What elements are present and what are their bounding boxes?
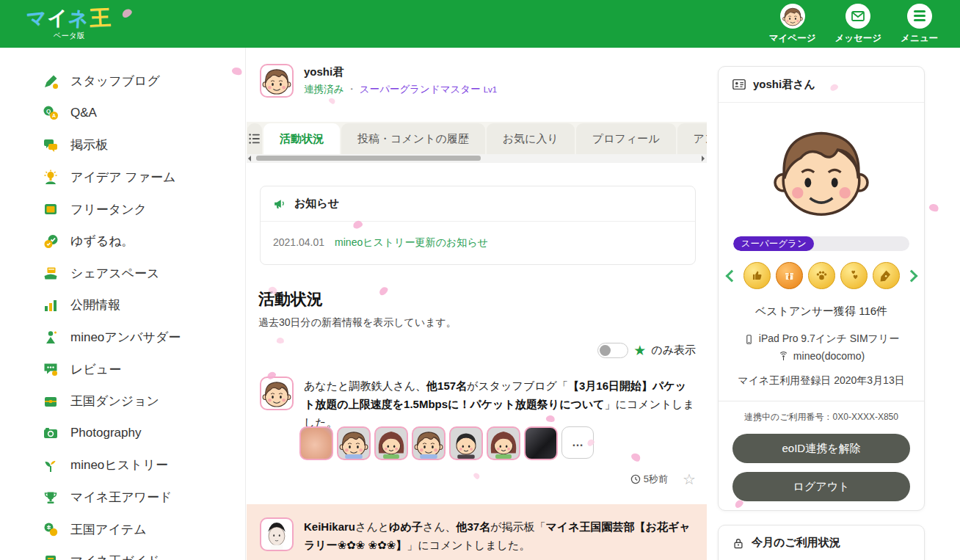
paw-badge[interactable]	[808, 262, 835, 289]
star-filter-label: のみ表示	[651, 343, 696, 357]
scroll-left-arrow-icon[interactable]	[248, 156, 251, 161]
activity-item-2: KeiHikaruさんとゆめ子さん、他37名が掲示板「マイネ王国園芸部【お花ギャ…	[247, 504, 707, 560]
scroll-right-arrow-icon[interactable]	[702, 156, 705, 161]
sidebar-item-board[interactable]: 掲示板	[0, 129, 245, 161]
commenter-avatar-woman[interactable]	[487, 426, 520, 460]
nav-mypage[interactable]: マイページ	[769, 4, 816, 45]
commenter-avatar-boy[interactable]	[337, 426, 371, 460]
sidebar-item-guide[interactable]: マイネ王ガイド	[0, 545, 245, 560]
activity-item-1: あなたと調教鉄人さん、他157名がスタッフブログ「【3月16日開始】パケット放題…	[260, 377, 696, 432]
star-icon: ★	[633, 343, 646, 357]
notice-row: 2021.04.01 mineoヒストリー更新のお知らせ	[261, 222, 695, 264]
speech-bubbles-icon	[42, 137, 59, 153]
sidebar-item-ambassador[interactable]: mineoアンバサダー	[0, 321, 245, 354]
tab-scrollbar[interactable]	[247, 154, 707, 163]
badge-carousel: F	[719, 262, 924, 289]
sidebar-item-review[interactable]: レビュー	[0, 353, 245, 385]
usage-card: 今月のご利用状況	[718, 525, 925, 560]
sidebar-item-yuzurune[interactable]: ゆずるね。	[0, 225, 245, 258]
nav-mypage-label: マイページ	[769, 32, 816, 45]
right-rail: yoshi君さん スーパーグラン F	[707, 48, 960, 560]
sidebar-item-dungeon[interactable]: 王国ダンジョン	[0, 385, 245, 418]
best-answer-count: ベストアンサー獲得 116件	[719, 305, 924, 319]
activity-1-text: あなたと調教鉄人さん、他157名がスタッフブログ「【3月16日開始】パケット放題…	[304, 377, 696, 432]
tab-favorites[interactable]: お気に入り	[487, 123, 575, 154]
share-card-icon	[42, 265, 59, 281]
lock-icon	[732, 537, 745, 550]
device-icon	[743, 334, 754, 345]
carousel-left-arrow-icon[interactable]	[725, 269, 738, 282]
commenter-avatar-dark-photo[interactable]	[524, 426, 558, 460]
sidebar-item-kingdom-items[interactable]: 王国アイテム	[0, 513, 245, 545]
separator-dot: ・	[346, 83, 357, 96]
activity-heading: 活動状況	[258, 288, 323, 310]
megaphone-icon	[273, 197, 287, 211]
eoid-unlink-button[interactable]: eoID連携を解除	[732, 434, 910, 463]
pen-badge[interactable]	[873, 262, 900, 289]
rank-link[interactable]: スーパーグランドマスター	[360, 83, 481, 96]
sidebar-item-idea-farm[interactable]: アイデア ファーム	[0, 161, 245, 194]
rank-level: Lv1	[484, 85, 498, 94]
sprout-icon	[42, 457, 59, 473]
antenna-icon	[778, 351, 789, 362]
linked-status: 連携済み	[304, 83, 343, 96]
profile-tab-bar: 活動状況 投稿・コメントの履歴 お気に入り プロフィール アンバ	[247, 122, 707, 154]
activity-subtitle: 過去30日分の新着情報を表示しています。	[258, 316, 457, 330]
tab-profile[interactable]: プロフィール	[576, 123, 676, 154]
nav-menu-label: メニュー	[901, 32, 938, 45]
gift-badge[interactable]: F	[776, 262, 803, 289]
tab-list-icon[interactable]	[247, 123, 262, 154]
clock-icon	[630, 474, 641, 484]
commenter-avatar-baby-photo[interactable]	[299, 426, 333, 460]
carousel-right-arrow-icon[interactable]	[905, 269, 917, 282]
yuzurune-icon	[42, 233, 59, 250]
commenter-avatar-boy[interactable]	[412, 426, 446, 460]
main-content: yoshi君 連携済み ・ スーパーグランドマスター Lv1 活動状況 投稿・コ…	[247, 48, 707, 560]
logo-beta-label: ベータ版	[54, 31, 85, 41]
coins-icon	[42, 521, 59, 537]
pen-icon	[42, 73, 59, 90]
logout-button[interactable]: ログアウト	[732, 472, 910, 501]
logo-text: マイネ王	[26, 7, 112, 29]
hearts-badge[interactable]	[840, 262, 868, 289]
sidebar-item-staff-blog[interactable]: スタッフブログ	[0, 65, 245, 98]
notice-link[interactable]: mineoヒストリー更新のお知らせ	[335, 236, 488, 250]
sidebar-item-history[interactable]: mineoヒストリー	[0, 449, 245, 481]
activity-2-avatar[interactable]	[260, 517, 294, 551]
sidebar-item-photography[interactable]: Photography	[0, 418, 245, 450]
activity-1-meta: 5秒前 ☆	[630, 472, 696, 487]
profile-header: yoshi君 連携済み ・ スーパーグランドマスター Lv1	[260, 64, 497, 98]
ambassador-person-icon	[42, 330, 59, 346]
bookmark-star-icon[interactable]: ☆	[683, 472, 696, 487]
device-name: iPad Pro 9.7インチ SIMフリー	[759, 332, 899, 346]
notice-title: お知らせ	[294, 197, 339, 211]
tab-ambassador[interactable]: アンバ	[677, 123, 707, 154]
plan-name: mineo(docomo)	[793, 350, 865, 362]
commenter-avatar-man[interactable]	[449, 426, 483, 460]
tab-posts-history[interactable]: 投稿・コメントの履歴	[341, 123, 485, 154]
profile-avatar[interactable]	[260, 64, 294, 98]
svg-text:A: A	[52, 113, 56, 118]
idea-bulb-icon	[42, 170, 59, 186]
linked-number: 連携中のご利用番号：0X0-XXXX-X850	[719, 411, 924, 423]
nav-menu[interactable]: メニュー	[901, 4, 938, 45]
left-sidebar: スタッフブログ QA Q&A 掲示板 アイデア ファーム フリータンク ゆずるね…	[0, 48, 246, 560]
scrollbar-thumb[interactable]	[256, 156, 481, 161]
star-filter-row: ★ のみ表示	[597, 343, 696, 358]
more-commenters-button[interactable]: …	[561, 426, 594, 459]
site-logo[interactable]: マイネ王 ベータ版	[26, 7, 112, 41]
sidebar-item-qa[interactable]: QA Q&A	[0, 98, 245, 130]
sidebar-item-share-space[interactable]: シェアスペース	[0, 258, 245, 290]
sidebar-item-public-info[interactable]: 公開情報	[0, 289, 245, 321]
nav-message[interactable]: メッセージ	[834, 4, 881, 45]
star-filter-toggle[interactable]	[597, 343, 628, 358]
review-bubble-icon	[42, 361, 59, 377]
thumbs-up-badge[interactable]	[743, 262, 771, 289]
commenter-avatar-woman[interactable]	[374, 426, 408, 460]
commenter-avatar-strip: …	[299, 426, 594, 460]
tab-activity[interactable]: 活動状況	[263, 123, 340, 154]
sidebar-item-free-tank[interactable]: フリータンク	[0, 193, 245, 225]
user-card-avatar	[766, 119, 876, 222]
sidebar-item-award[interactable]: マイネ王アワード	[0, 481, 245, 514]
activity-1-avatar[interactable]	[260, 377, 294, 410]
